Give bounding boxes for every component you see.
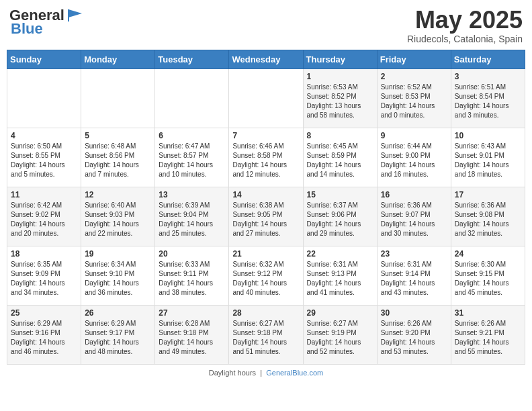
day-info: Sunrise: 6:34 AM Sunset: 9:10 PM Dayligh… — [85, 260, 151, 298]
day-info: Sunrise: 6:27 AM Sunset: 9:19 PM Dayligh… — [307, 319, 373, 357]
day-number: 18 — [11, 249, 77, 259]
day-number: 22 — [307, 249, 373, 259]
day-info: Sunrise: 6:32 AM Sunset: 9:12 PM Dayligh… — [232, 260, 299, 298]
location: Riudecols, Catalonia, Spain — [407, 34, 523, 44]
day-number: 25 — [11, 308, 77, 318]
day-info: Sunrise: 6:43 AM Sunset: 9:01 PM Dayligh… — [455, 142, 521, 179]
calendar-cell: 28Sunrise: 6:27 AM Sunset: 9:18 PM Dayli… — [229, 305, 303, 364]
calendar-cell — [155, 68, 229, 128]
logo-blue: Blue — [11, 20, 43, 38]
day-number: 6 — [159, 131, 225, 140]
day-info: Sunrise: 6:53 AM Sunset: 8:52 PM Dayligh… — [307, 83, 373, 120]
calendar-cell: 24Sunrise: 6:30 AM Sunset: 9:15 PM Dayli… — [451, 246, 525, 305]
day-info: Sunrise: 6:26 AM Sunset: 9:20 PM Dayligh… — [381, 319, 447, 357]
calendar-cell: 10Sunrise: 6:43 AM Sunset: 9:01 PM Dayli… — [451, 128, 525, 187]
calendar-cell: 3Sunrise: 6:51 AM Sunset: 8:54 PM Daylig… — [451, 68, 525, 128]
day-info: Sunrise: 6:26 AM Sunset: 9:21 PM Dayligh… — [455, 319, 521, 357]
day-info: Sunrise: 6:39 AM Sunset: 9:04 PM Dayligh… — [159, 201, 225, 238]
day-info: Sunrise: 6:46 AM Sunset: 8:58 PM Dayligh… — [232, 142, 299, 179]
day-info: Sunrise: 6:36 AM Sunset: 9:08 PM Dayligh… — [455, 201, 521, 238]
day-of-week-header: Sunday — [7, 50, 81, 68]
calendar-cell: 31Sunrise: 6:26 AM Sunset: 9:21 PM Dayli… — [451, 305, 525, 364]
day-of-week-header: Monday — [81, 50, 155, 68]
footer-text: Daylight hours — [209, 369, 256, 377]
day-number: 5 — [85, 131, 151, 140]
day-of-week-header: Saturday — [451, 50, 525, 68]
calendar-cell: 19Sunrise: 6:34 AM Sunset: 9:10 PM Dayli… — [81, 246, 155, 305]
day-info: Sunrise: 6:38 AM Sunset: 9:05 PM Dayligh… — [232, 201, 299, 238]
calendar-cell: 13Sunrise: 6:39 AM Sunset: 9:04 PM Dayli… — [155, 187, 229, 246]
day-info: Sunrise: 6:33 AM Sunset: 9:11 PM Dayligh… — [159, 260, 225, 298]
calendar-cell: 18Sunrise: 6:35 AM Sunset: 9:09 PM Dayli… — [7, 246, 81, 305]
calendar-table: SundayMondayTuesdayWednesdayThursdayFrid… — [7, 50, 525, 365]
day-number: 13 — [159, 190, 225, 199]
day-number: 4 — [11, 131, 77, 140]
calendar-cell: 5Sunrise: 6:48 AM Sunset: 8:56 PM Daylig… — [81, 128, 155, 187]
day-number: 9 — [381, 131, 447, 140]
day-info: Sunrise: 6:42 AM Sunset: 9:02 PM Dayligh… — [11, 201, 77, 238]
day-info: Sunrise: 6:35 AM Sunset: 9:09 PM Dayligh… — [11, 260, 77, 298]
footer-link[interactable]: GeneralBlue.com — [266, 369, 323, 377]
calendar-cell: 26Sunrise: 6:29 AM Sunset: 9:17 PM Dayli… — [81, 305, 155, 364]
day-number: 30 — [381, 308, 447, 318]
day-info: Sunrise: 6:44 AM Sunset: 9:00 PM Dayligh… — [381, 142, 447, 179]
title-block: May 2025 Riudecols, Catalonia, Spain — [407, 7, 523, 44]
day-number: 10 — [455, 131, 521, 140]
day-number: 11 — [11, 190, 77, 199]
day-number: 27 — [159, 308, 225, 318]
day-info: Sunrise: 6:28 AM Sunset: 9:18 PM Dayligh… — [159, 319, 225, 357]
day-info: Sunrise: 6:27 AM Sunset: 9:18 PM Dayligh… — [232, 319, 299, 357]
day-of-week-header: Tuesday — [155, 50, 229, 68]
calendar-cell: 16Sunrise: 6:36 AM Sunset: 9:07 PM Dayli… — [377, 187, 451, 246]
day-info: Sunrise: 6:31 AM Sunset: 9:13 PM Dayligh… — [307, 260, 373, 298]
calendar-cell: 27Sunrise: 6:28 AM Sunset: 9:18 PM Dayli… — [155, 305, 229, 364]
day-info: Sunrise: 6:37 AM Sunset: 9:06 PM Dayligh… — [307, 201, 373, 238]
day-number: 1 — [307, 72, 373, 81]
calendar-cell: 25Sunrise: 6:29 AM Sunset: 9:16 PM Dayli… — [7, 305, 81, 364]
day-number: 23 — [381, 249, 447, 259]
day-number: 2 — [381, 72, 447, 81]
day-info: Sunrise: 6:29 AM Sunset: 9:16 PM Dayligh… — [11, 319, 77, 357]
day-number: 7 — [232, 131, 299, 140]
calendar-cell: 8Sunrise: 6:45 AM Sunset: 8:59 PM Daylig… — [303, 128, 377, 187]
day-info: Sunrise: 6:45 AM Sunset: 8:59 PM Dayligh… — [307, 142, 373, 179]
day-number: 14 — [232, 190, 299, 199]
day-of-week-header: Wednesday — [229, 50, 303, 68]
day-of-week-header: Thursday — [303, 50, 377, 68]
day-info: Sunrise: 6:30 AM Sunset: 9:15 PM Dayligh… — [455, 260, 521, 298]
calendar-cell: 11Sunrise: 6:42 AM Sunset: 9:02 PM Dayli… — [7, 187, 81, 246]
day-number: 20 — [159, 249, 225, 259]
calendar-cell — [81, 68, 155, 128]
calendar-cell: 2Sunrise: 6:52 AM Sunset: 8:53 PM Daylig… — [377, 68, 451, 128]
svg-rect-1 — [68, 9, 69, 21]
day-info: Sunrise: 6:36 AM Sunset: 9:07 PM Dayligh… — [381, 201, 447, 238]
day-info: Sunrise: 6:51 AM Sunset: 8:54 PM Dayligh… — [455, 83, 521, 120]
calendar-cell: 15Sunrise: 6:37 AM Sunset: 9:06 PM Dayli… — [303, 187, 377, 246]
page-header: General Blue May 2025 Riudecols, Catalon… — [7, 7, 525, 44]
calendar-cell: 22Sunrise: 6:31 AM Sunset: 9:13 PM Dayli… — [303, 246, 377, 305]
day-of-week-header: Friday — [377, 50, 451, 68]
day-number: 26 — [85, 308, 151, 318]
calendar-cell: 30Sunrise: 6:26 AM Sunset: 9:20 PM Dayli… — [377, 305, 451, 364]
calendar-cell: 29Sunrise: 6:27 AM Sunset: 9:19 PM Dayli… — [303, 305, 377, 364]
day-number: 31 — [455, 308, 521, 318]
calendar-cell: 21Sunrise: 6:32 AM Sunset: 9:12 PM Dayli… — [229, 246, 303, 305]
calendar-cell: 1Sunrise: 6:53 AM Sunset: 8:52 PM Daylig… — [303, 68, 377, 128]
footer: Daylight hours | GeneralBlue.com — [7, 369, 525, 377]
day-number: 28 — [232, 308, 299, 318]
day-number: 16 — [381, 190, 447, 199]
calendar-cell — [229, 68, 303, 128]
calendar-cell: 14Sunrise: 6:38 AM Sunset: 9:05 PM Dayli… — [229, 187, 303, 246]
day-number: 8 — [307, 131, 373, 140]
calendar-cell: 9Sunrise: 6:44 AM Sunset: 9:00 PM Daylig… — [377, 128, 451, 187]
day-number: 24 — [455, 249, 521, 259]
calendar-cell: 7Sunrise: 6:46 AM Sunset: 8:58 PM Daylig… — [229, 128, 303, 187]
calendar-cell: 6Sunrise: 6:47 AM Sunset: 8:57 PM Daylig… — [155, 128, 229, 187]
day-info: Sunrise: 6:29 AM Sunset: 9:17 PM Dayligh… — [85, 319, 151, 357]
day-info: Sunrise: 6:48 AM Sunset: 8:56 PM Dayligh… — [85, 142, 151, 179]
calendar-cell — [7, 68, 81, 128]
day-info: Sunrise: 6:50 AM Sunset: 8:55 PM Dayligh… — [11, 142, 77, 179]
calendar-cell: 20Sunrise: 6:33 AM Sunset: 9:11 PM Dayli… — [155, 246, 229, 305]
calendar-cell: 17Sunrise: 6:36 AM Sunset: 9:08 PM Dayli… — [451, 187, 525, 246]
logo: General Blue — [9, 7, 85, 38]
